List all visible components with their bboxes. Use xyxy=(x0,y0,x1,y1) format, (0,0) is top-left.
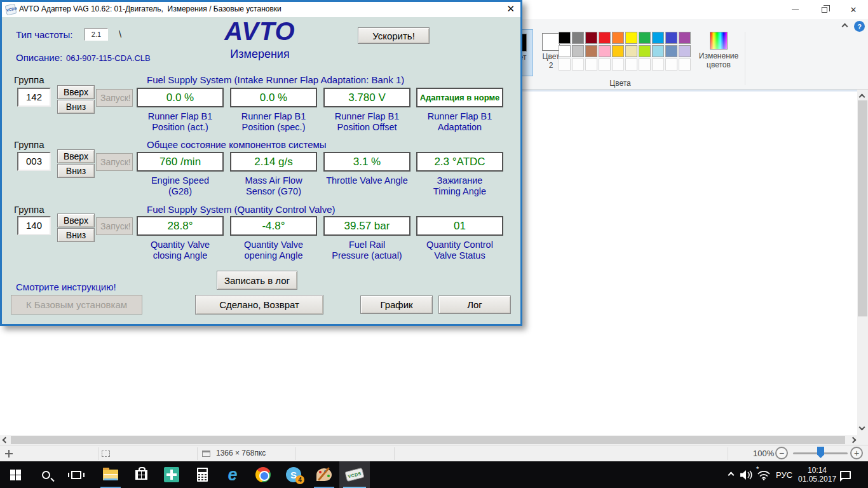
palette-color[interactable] xyxy=(599,45,611,57)
taskbar-store[interactable] xyxy=(126,461,156,488)
internet-explorer-icon: e xyxy=(227,466,237,484)
scroll-up-icon[interactable] xyxy=(859,94,865,100)
measure-cell: 760 /min xyxy=(137,152,224,172)
palette-color[interactable] xyxy=(572,32,584,44)
edit-colors-button[interactable]: Изменениецветов xyxy=(696,29,742,80)
graph-button[interactable]: График xyxy=(360,295,433,314)
palette-empty-slot[interactable] xyxy=(572,58,584,71)
action-center-button[interactable] xyxy=(840,461,851,488)
taskbar-chrome[interactable] xyxy=(248,461,278,488)
palette-color[interactable] xyxy=(665,45,677,57)
palette-color[interactable] xyxy=(625,32,637,44)
palette-color[interactable] xyxy=(612,45,624,57)
scroll-right-icon[interactable] xyxy=(850,437,857,444)
group-up-button-1[interactable]: Вверх xyxy=(57,85,95,99)
dialog-titlebar[interactable]: VCDS AVTO Адаптер VAG 10.62: 01-Двигател… xyxy=(2,2,520,17)
done-return-button[interactable]: Сделано, Возврат xyxy=(195,295,323,315)
group-down-button-1[interactable]: Вниз xyxy=(57,100,95,114)
start-button[interactable] xyxy=(0,461,31,488)
tray-expand-button[interactable] xyxy=(724,461,737,488)
group-header-3: Fuel Supply System (Quantity Control Val… xyxy=(147,204,336,215)
group-number-input-1[interactable]: 142 xyxy=(17,88,51,107)
palette-color[interactable] xyxy=(679,32,691,44)
palette-empty-slot[interactable] xyxy=(665,58,677,71)
palette-empty-slot[interactable] xyxy=(639,58,651,71)
measure-caption: Quantity Valveopening Angle xyxy=(230,240,317,261)
close-button[interactable]: ✕ xyxy=(839,0,868,19)
clock[interactable]: 10:1401.05.2017 xyxy=(798,461,836,488)
group-down-button-2[interactable]: Вниз xyxy=(57,164,95,178)
palette-color[interactable] xyxy=(612,32,624,44)
skype-icon: S4 xyxy=(286,467,301,482)
minimize-button[interactable] xyxy=(780,0,810,19)
search-button[interactable] xyxy=(31,461,61,488)
basic-settings-button: К Базовым установкам xyxy=(11,295,142,315)
palette-color[interactable] xyxy=(559,32,571,44)
measure-caption: Mass Air FlowSensor (G70) xyxy=(230,175,317,197)
instruction-note: Смотрите инструкцию! xyxy=(16,281,116,292)
scroll-left-icon[interactable] xyxy=(3,437,9,444)
scroll-down-icon[interactable] xyxy=(859,424,865,431)
palette-color[interactable] xyxy=(679,45,691,57)
edit-colors-label: Изменениецветов xyxy=(696,51,742,69)
group-run-button-2: Запуск! xyxy=(96,153,133,171)
restore-button[interactable] xyxy=(810,0,839,19)
palette-empty-slot[interactable] xyxy=(625,58,637,71)
dialog-close-button[interactable]: ✕ xyxy=(506,3,515,15)
group-up-button-3[interactable]: Вверх xyxy=(57,214,95,227)
group-number-input-2[interactable]: 003 xyxy=(17,152,51,171)
palette-color[interactable] xyxy=(639,32,651,44)
taskbar-calculator[interactable] xyxy=(187,461,217,488)
collapse-ribbon-icon[interactable] xyxy=(842,24,848,30)
avto-logo: AVTO xyxy=(212,17,308,46)
log-button[interactable]: Лог xyxy=(438,295,511,314)
language-indicator[interactable]: РУС xyxy=(776,461,792,488)
palette-color[interactable] xyxy=(559,45,571,57)
restore-icon xyxy=(822,7,827,13)
palette-empty-slot[interactable] xyxy=(559,58,571,71)
palette-color[interactable] xyxy=(639,45,651,57)
taskbar-file-explorer[interactable] xyxy=(95,461,126,488)
chevron-up-icon xyxy=(728,471,734,478)
volume-button[interactable] xyxy=(740,461,754,488)
paint-icon xyxy=(316,468,332,481)
measure-cell: 39.57 bar xyxy=(323,216,410,236)
group-down-button-3[interactable]: Вниз xyxy=(57,228,95,242)
chrome-icon xyxy=(255,467,271,482)
palette-empty-slot[interactable] xyxy=(599,58,611,71)
vcds-app-icon: VCDS xyxy=(5,4,17,16)
measure-caption: Runner Flap B1Position Offset xyxy=(323,111,410,133)
palette-empty-slot[interactable] xyxy=(585,58,597,71)
palette-color[interactable] xyxy=(652,45,664,57)
palette-empty-slot[interactable] xyxy=(652,58,664,71)
zoom-out-button[interactable]: − xyxy=(775,447,788,459)
network-button[interactable]: * xyxy=(756,461,770,488)
measure-caption: Quantity ControlValve Status xyxy=(416,240,503,261)
write-log-button[interactable]: Записать в лог xyxy=(217,271,297,290)
group-run-button-3: Запуск! xyxy=(96,217,133,235)
palette-color[interactable] xyxy=(572,45,584,57)
zoom-in-button[interactable]: + xyxy=(850,447,863,459)
search-icon xyxy=(42,471,50,479)
palette-color[interactable] xyxy=(665,32,677,44)
group-up-button-2[interactable]: Вверх xyxy=(57,149,95,163)
group-number-input-3[interactable]: 140 xyxy=(17,216,51,235)
taskbar-teal-app[interactable] xyxy=(156,461,187,488)
horizontal-scroll-thumb[interactable] xyxy=(11,436,845,444)
taskbar-vcds-active[interactable]: VCDS xyxy=(339,461,370,488)
task-view-button[interactable] xyxy=(61,461,92,488)
help-button[interactable]: ? xyxy=(854,21,865,32)
vertical-scroll-thumb[interactable] xyxy=(858,100,867,316)
palette-color[interactable] xyxy=(625,45,637,57)
palette-empty-slot[interactable] xyxy=(612,58,624,71)
taskbar-internet-explorer[interactable]: e xyxy=(217,461,248,488)
taskbar: e S4 VCDS * xyxy=(0,461,868,488)
taskbar-paint[interactable] xyxy=(309,461,339,488)
palette-color[interactable] xyxy=(585,32,597,44)
palette-color[interactable] xyxy=(599,32,611,44)
palette-color[interactable] xyxy=(652,32,664,44)
taskbar-skype[interactable]: S4 xyxy=(278,461,309,488)
accelerate-button[interactable]: Ускорить! xyxy=(358,27,430,44)
palette-empty-slot[interactable] xyxy=(679,58,691,71)
palette-color[interactable] xyxy=(585,45,597,57)
